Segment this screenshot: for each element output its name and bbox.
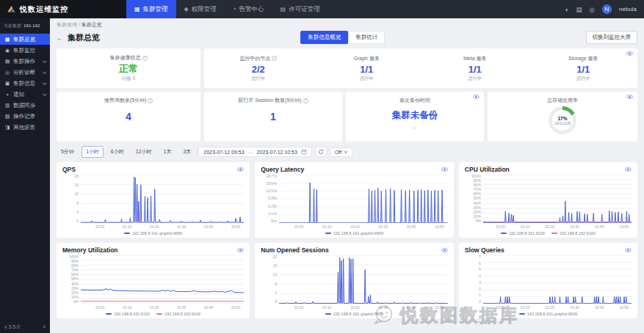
chevron-down-icon	[43, 92, 46, 95]
storage-usage-detail: 19/112GB	[554, 121, 571, 125]
sidebar-item-analysis-diagnosis[interactable]: ◎ 分析诊断	[0, 67, 50, 78]
avatar[interactable]: N	[602, 4, 612, 14]
tab-license-management[interactable]: ▤ 许可证管理	[272, 0, 328, 18]
sidebar-item-cluster-overview[interactable]: ▦ 集群总览	[0, 34, 50, 45]
breadcrumb-cluster-management[interactable]: 集群管理	[57, 22, 77, 27]
tab-cluster-management[interactable]: ▦ 集群管理	[126, 0, 176, 18]
sidebar-item-cluster-monitoring[interactable]: ◉ 集群监控	[0, 45, 50, 56]
sync-icon: ▥	[4, 103, 10, 109]
eye-icon[interactable]	[625, 248, 632, 252]
refresh-icon	[318, 149, 324, 155]
legend-item[interactable]: 192.168.8.162:9100	[156, 312, 200, 316]
legend-item[interactable]: 192.168.8.162:9100	[551, 231, 596, 235]
date-range-picker[interactable]: 2023-07-12 09:53 — 2023-07-12 10:53	[198, 147, 312, 157]
cluster-icon: ▦	[134, 6, 140, 12]
auto-refresh-dropdown[interactable]: Off	[330, 147, 352, 157]
plot-area	[483, 175, 632, 223]
sidebar-item-cluster-info[interactable]: ▣ 集群信息	[0, 78, 50, 89]
sidebar-footer: v 3.5.0 ≡	[0, 321, 50, 333]
eye-icon[interactable]	[625, 167, 632, 172]
legend-item[interactable]: 192.168.8.161-graphd-9669	[124, 231, 182, 235]
eye-icon[interactable]	[473, 95, 480, 99]
slow-queries-value: 4	[126, 111, 131, 122]
chart-legend: 192.168.8.161-graphd-9669	[465, 310, 632, 317]
tab-permission-management[interactable]: ◈ 权限管理	[176, 0, 225, 18]
card-label: 慢查询数量(5分钟)	[104, 97, 147, 104]
card-label: 总存储使用率	[547, 97, 578, 104]
back-arrow-icon[interactable]: ←	[57, 34, 64, 42]
preset-6hour[interactable]: 6小时	[106, 146, 129, 158]
y-axis: 100%90%80%70%60%50%40%30%20%10%0%	[465, 175, 483, 230]
chart-qps: QPS 201612840 10:0010:1010:2010:3010:401…	[57, 162, 250, 238]
chart-legend: 192.168.8.161-graphd-9669	[261, 230, 448, 236]
toggle-cluster-statistics[interactable]: 集群统计	[348, 31, 385, 44]
time-toolbar: 5分钟 1小时 6小时 12小时 1天 3天 2023-07-12 09:53 …	[57, 146, 637, 158]
docs-icon[interactable]: ▤	[576, 6, 582, 13]
breadcrumb: 集群管理 / 集群总览	[57, 21, 637, 29]
plot-area	[279, 255, 448, 304]
switch-to-dashboard-screen-button[interactable]: 切换到监控大屏	[586, 31, 638, 44]
legend-item[interactable]: 192.168.8.161:9100	[501, 231, 545, 235]
chart-num-opened-sessions: Num Opened Sessions 201612840 10:0010:10…	[255, 243, 454, 318]
tab-alert-center[interactable]: ◔ 告警中心	[225, 0, 272, 18]
legend-item[interactable]: 192.168.8.161-graphd-9669	[325, 312, 383, 316]
x-axis: 10:0010:1010:2010:3010:4010:50	[279, 223, 448, 230]
sidebar-item-cluster-operations[interactable]: ▤ 集群操作	[0, 56, 50, 67]
info-list-icon: ▣	[4, 81, 10, 87]
collapse-sidebar-icon[interactable]: ≡	[43, 324, 46, 329]
preset-12hour[interactable]: 12小时	[131, 146, 156, 158]
card-label: 监控中的节点	[239, 55, 270, 62]
sidebar-item-data-sync[interactable]: ▥ 数据同步	[0, 100, 50, 111]
plot-area	[483, 255, 632, 304]
license-icon: ▤	[281, 6, 286, 12]
preset-1hour[interactable]: 1小时	[82, 146, 104, 158]
backup-sub: --	[413, 125, 416, 130]
x-axis: 10:0010:1010:2010:3010:4010:50	[81, 223, 244, 230]
eye-icon[interactable]	[626, 95, 633, 99]
range-start[interactable]: 2023-07-12 09:53	[203, 150, 244, 155]
eye-icon[interactable]	[441, 167, 448, 172]
info-icon[interactable]: ?	[303, 98, 308, 103]
sidebar-item-other-settings[interactable]: ◨ 其他设置	[0, 122, 50, 133]
eye-icon[interactable]	[237, 167, 244, 172]
preset-3day[interactable]: 3天	[178, 146, 195, 158]
chevron-down-icon	[43, 81, 46, 84]
refresh-button[interactable]	[315, 147, 327, 157]
storage-usage-percent: 17%	[557, 116, 567, 121]
info-icon[interactable]: ?	[272, 56, 277, 61]
storage-usage-donut: 17% 19/112GB	[549, 106, 576, 134]
y-axis: 100%90%80%70%60%50%40%30%20%10%0%	[62, 255, 81, 310]
legend-item[interactable]: 192.168.8.161-graphd-9669	[325, 231, 383, 235]
preset-5min[interactable]: 5分钟	[57, 146, 79, 158]
health-status-value: 正常	[119, 62, 138, 76]
notification-icon: ◖	[4, 92, 10, 97]
current-cluster-label: 当前集群:	[4, 23, 23, 28]
metric-monitored-nodes: 监控中的节点? 2/2 运行中	[204, 55, 313, 82]
info-icon[interactable]: ?	[142, 56, 148, 61]
eye-icon[interactable]	[441, 248, 448, 252]
card-label: 集群健康状态	[110, 54, 141, 62]
card-slow-queries: 慢查询数量(5分钟)? 4	[57, 92, 200, 142]
card-label: 新打开 Session 数量(5分钟)	[238, 97, 301, 104]
settings-icon[interactable]: ◎	[590, 6, 595, 13]
range-end[interactable]: 2023-07-12 10:53	[257, 150, 297, 155]
preset-1day[interactable]: 1天	[159, 146, 176, 158]
toggle-cluster-info-overview[interactable]: 集群信息概览	[300, 31, 348, 44]
sidebar-item-notifications[interactable]: ◖ 通知	[0, 89, 50, 100]
eye-icon[interactable]	[626, 51, 633, 56]
operations-icon: ▤	[4, 59, 10, 65]
eye-icon[interactable]	[237, 248, 244, 252]
tab-label: 集群管理	[143, 5, 168, 14]
tab-label: 许可证管理	[289, 5, 320, 14]
info-icon[interactable]: ?	[148, 98, 153, 103]
sidebar-item-operation-records[interactable]: ▧ 操作记录	[0, 111, 50, 122]
language-icon[interactable]: ◐	[565, 6, 568, 13]
card-storage-usage: 总存储使用率 17% 19/112GB	[488, 92, 637, 142]
sidebar-item-label: 集群监控	[13, 47, 35, 54]
bell-icon: ◔	[233, 6, 236, 12]
current-cluster: 当前集群: 161-162	[0, 18, 50, 34]
metric-value: 1/1	[360, 64, 373, 75]
tab-label: 告警中心	[239, 5, 264, 14]
legend-item[interactable]: 192.168.8.161:9100	[106, 312, 150, 316]
legend-item[interactable]: 192.168.8.161-graphd-9669	[519, 312, 577, 316]
